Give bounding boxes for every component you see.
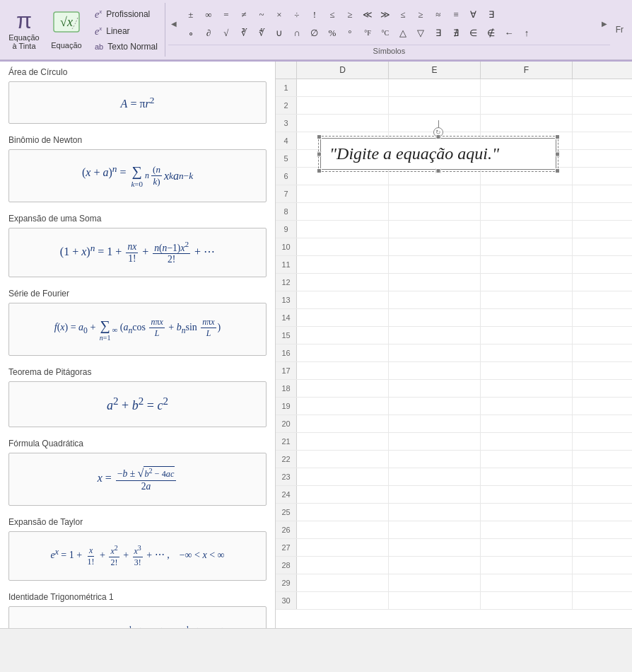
cell-e21[interactable] [389,433,481,450]
col-header-f[interactable]: F [481,62,573,79]
cell-e22[interactable] [389,451,481,468]
sym-intersect[interactable]: ∩ [288,25,305,41]
cell-d18[interactable] [297,380,389,397]
eq-formula-fourier[interactable]: f(x) = a0 + ∑n=1 ∞ (ancos nπxL + bnsin n… [8,303,267,356]
cell-f23[interactable] [481,468,573,485]
cell-e2[interactable] [389,97,481,114]
cell-d1[interactable] [297,79,389,96]
cell-f11[interactable] [481,256,573,273]
cell-f30[interactable] [481,592,573,609]
eq-formula-pitagoras[interactable]: a2 + b2 = c2 [8,381,267,427]
sym-uarrow[interactable]: ↑ [518,25,535,41]
cell-d7[interactable] [297,185,389,202]
sym-degf[interactable]: °F [359,25,376,41]
cell-f1[interactable] [481,79,573,96]
cell-d28[interactable] [297,557,389,574]
cell-d10[interactable] [297,238,389,255]
sym-infinity[interactable]: ∞ [200,7,217,23]
sym-gg[interactable]: ≫ [377,7,394,23]
linear-button[interactable]: ex Linear [90,23,162,39]
cell-e7[interactable] [389,185,481,202]
cell-f2[interactable] [481,97,573,114]
cell-d30[interactable] [297,592,389,609]
cell-d21[interactable] [297,433,389,450]
texto-normal-button[interactable]: ab Texto Normal [90,40,162,53]
eq-formula-expansao-soma[interactable]: (1 + x)n = 1 + nx1! + n(n−1)x22! + ⋯ [8,228,267,277]
cell-d13[interactable] [297,291,389,308]
equacao-button[interactable]: π Equação à Tinta [3,3,45,57]
cell-e28[interactable] [389,557,481,574]
sym-leq[interactable]: ≤ [324,7,341,23]
sym-union[interactable]: ∪ [271,25,288,41]
sym-approx[interactable]: ≈ [430,7,447,23]
cell-f16[interactable] [481,344,573,361]
sym-exists2[interactable]: ∃ [430,25,447,41]
sym-divide[interactable]: ÷ [288,7,305,23]
cell-e25[interactable] [389,504,481,521]
cell-e16[interactable] [389,344,481,361]
cell-d9[interactable] [297,221,389,238]
sym-exists[interactable]: ∃ [483,7,500,23]
cell-f13[interactable] [481,291,573,308]
handle-bottom-left[interactable] [317,168,322,173]
cell-d12[interactable] [297,274,389,291]
cell-e8[interactable] [389,203,481,220]
cell-d27[interactable] [297,539,389,556]
equation-textbox-inner[interactable]: "Digite a equação aqui." [320,138,556,170]
cell-f25[interactable] [481,504,573,521]
sym-triangle[interactable]: △ [394,25,411,41]
cell-e27[interactable] [389,539,481,556]
cell-e18[interactable] [389,380,481,397]
cell-f9[interactable] [481,221,573,238]
cell-e20[interactable] [389,415,481,432]
cell-d16[interactable] [297,344,389,361]
cell-e1[interactable] [389,79,481,96]
cell-f10[interactable] [481,238,573,255]
cell-e29[interactable] [389,574,481,591]
eq-formula-circulo[interactable]: A = πr2 [8,81,267,124]
cell-d11[interactable] [297,256,389,273]
sym-equal[interactable]: = [218,7,235,23]
cell-e30[interactable] [389,592,481,609]
handle-bottom-middle[interactable] [436,168,441,173]
cell-d15[interactable] [297,327,389,344]
sym-notequal[interactable]: ≠ [235,7,252,23]
equacao-tinta-button[interactable]: √x Equação [45,3,88,57]
symbols-scroll-left[interactable]: ◀ [168,8,180,40]
sym-fthrt[interactable]: ∜ [253,25,270,41]
sym-ll[interactable]: ≪ [359,7,376,23]
cell-e19[interactable] [389,398,481,415]
cell-f17[interactable] [481,362,573,379]
cell-e15[interactable] [389,327,481,344]
handle-top-middle[interactable] [436,134,441,139]
sym-degree[interactable]: ° [341,25,358,41]
cell-d20[interactable] [297,415,389,432]
sym-degc[interactable]: °C [377,25,394,41]
cell-d25[interactable] [297,504,389,521]
sym-nablablk[interactable]: ▽ [412,25,429,41]
cell-d14[interactable] [297,309,389,326]
cell-e14[interactable] [389,309,481,326]
cell-e23[interactable] [389,468,481,485]
col-header-e[interactable]: E [389,62,481,79]
cell-f19[interactable] [481,398,573,415]
sym-empty[interactable]: ∅ [306,25,323,41]
eq-formula-binomio[interactable]: (x + a)n = ∑k=0 n (n k) xkan−k [8,149,267,202]
cell-e26[interactable] [389,521,481,538]
handle-bottom-right[interactable] [555,168,560,173]
sym-times[interactable]: × [271,7,288,23]
cell-f14[interactable] [481,309,573,326]
sym-cbrt[interactable]: ∛ [235,25,252,41]
sym-notin[interactable]: ∉ [483,25,500,41]
cell-f20[interactable] [481,415,573,432]
cell-f26[interactable] [481,521,573,538]
equation-textbox-container[interactable]: ↻ "Digite a equação aqui." [318,136,558,172]
sym-nexists[interactable]: ∄ [447,25,464,41]
cell-f12[interactable] [481,274,573,291]
sym-equiv[interactable]: ≡ [447,7,464,23]
cell-f3[interactable] [481,115,573,132]
symbols-scroll-right[interactable]: ▶ [599,8,610,40]
cell-f21[interactable] [481,433,573,450]
handle-top-left[interactable] [317,134,322,139]
sym-forall[interactable]: ∀ [465,7,482,23]
